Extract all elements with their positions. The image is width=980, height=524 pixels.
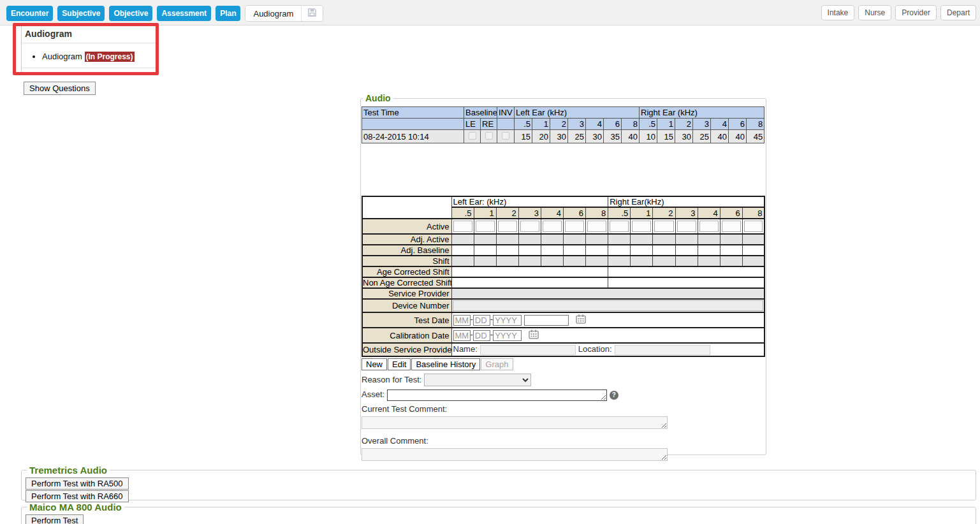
audio-value-input[interactable] <box>632 221 651 232</box>
audiogram-test-list: Audiogram (In Progress) <box>42 52 158 62</box>
audio-value-input[interactable] <box>520 221 539 232</box>
device-number-value <box>451 299 764 312</box>
nurse-button[interactable]: Nurse <box>858 5 891 20</box>
asset-line: Asset: ? <box>362 389 765 401</box>
right-ear-header: Right Ear (kHz) <box>640 107 764 119</box>
cell: 8 <box>747 119 764 130</box>
plan-button[interactable]: Plan <box>216 6 240 21</box>
calendar-icon[interactable] <box>529 330 539 341</box>
new-button[interactable]: New <box>362 358 387 370</box>
calendar-icon[interactable] <box>576 314 586 326</box>
divider <box>22 43 158 43</box>
device-number-input <box>453 300 764 311</box>
adj-baseline-value-cell <box>518 245 541 256</box>
audio-value-input[interactable] <box>654 221 673 232</box>
page: Encounter Subjective Objective Assessmen… <box>0 0 980 524</box>
cell: 4 <box>541 207 563 219</box>
service-provider-value <box>451 288 764 299</box>
tab-audiogram[interactable]: Audiogram <box>245 6 301 21</box>
subjective-button[interactable]: Subjective <box>57 6 105 21</box>
adj-active-value-cell <box>608 234 631 245</box>
audio-value-input[interactable] <box>744 221 763 232</box>
cell: 45 <box>747 130 764 143</box>
device-number-row: Device Number <box>362 299 764 312</box>
test-date-month-input[interactable] <box>453 315 471 326</box>
perform-test-ra660-button[interactable]: Perform Test with RA660 <box>26 490 129 502</box>
test-date-year-input[interactable] <box>493 315 522 326</box>
overall-comment-label: Overall Comment: <box>362 436 428 446</box>
audio-value-input[interactable] <box>699 221 719 232</box>
audiogram-list-item[interactable]: Audiogram (In Progress) <box>42 52 158 62</box>
test-time-input[interactable] <box>524 315 569 326</box>
audio-value-input[interactable] <box>498 221 517 232</box>
audio-value-input[interactable] <box>587 221 606 232</box>
save-button[interactable] <box>302 6 323 21</box>
objective-button[interactable]: Objective <box>109 6 152 21</box>
active-value-cell <box>496 219 518 234</box>
audio-value-input[interactable] <box>565 221 584 232</box>
encounter-button[interactable]: Encounter <box>6 6 53 21</box>
active-row-label: Active <box>362 219 451 234</box>
intake-button[interactable]: Intake <box>821 5 855 20</box>
in-progress-status-badge: (In Progress) <box>85 52 135 62</box>
audio-value-input[interactable] <box>677 221 696 232</box>
shift-value-cell <box>518 256 541 266</box>
audio-section: Audio Test Time Baseline INV Left Ear (k… <box>360 93 766 455</box>
perform-test-ra500-button[interactable]: Perform Test with RA500 <box>26 477 129 490</box>
active-value-cell <box>474 219 496 234</box>
overall-comment-input[interactable] <box>362 448 668 461</box>
cell: .5 <box>515 119 532 130</box>
audiogram-panel-title: Audiogram <box>25 29 158 39</box>
cell: 40 <box>729 130 747 143</box>
active-value-cell <box>451 219 474 234</box>
cell: 25 <box>693 130 711 143</box>
cell: 15 <box>657 130 675 143</box>
blank-header-cell <box>362 119 464 130</box>
cell: 35 <box>604 130 622 143</box>
graph-button: Graph <box>481 358 513 370</box>
audio-value-input[interactable] <box>722 221 741 232</box>
adj-baseline-value-cell <box>675 245 698 256</box>
baseline-history-button[interactable]: Baseline History <box>411 358 480 370</box>
audio-value-input[interactable] <box>610 221 629 232</box>
calibration-date-year-input[interactable] <box>493 330 522 341</box>
current-test-comment-input[interactable] <box>362 416 668 429</box>
adj-baseline-value-cell <box>496 245 518 256</box>
calibration-date-day-input[interactable] <box>473 330 490 341</box>
asset-input[interactable] <box>387 389 607 401</box>
edit-button[interactable]: Edit <box>388 358 411 370</box>
perform-test-button[interactable]: Perform Test <box>26 514 84 524</box>
osp-name-input[interactable] <box>480 345 576 355</box>
osp-name-label: Name: <box>453 344 478 354</box>
cell: 1 <box>474 207 496 219</box>
audio-value-input[interactable] <box>476 221 495 232</box>
help-icon[interactable]: ? <box>610 391 618 400</box>
maico-audio-section: Maico MA 800 Audio Perform Test <box>21 502 976 524</box>
history-header-row: Test Time Baseline INV Left Ear (kHz) Ri… <box>362 107 764 119</box>
test-date-inputs-cell: -- <box>451 312 764 328</box>
depart-button[interactable]: Depart <box>940 5 976 20</box>
top-toolbar: Encounter Subjective Objective Assessmen… <box>0 0 980 25</box>
audio-value-input[interactable] <box>543 221 562 232</box>
osp-location-input[interactable] <box>615 345 710 355</box>
active-value-cell <box>608 219 631 234</box>
history-data-row[interactable]: 08-24-2015 10:14 15203025303540101530254… <box>362 130 764 143</box>
audio-value-input[interactable] <box>453 221 472 232</box>
show-questions-button[interactable]: Show Questions <box>24 82 96 95</box>
inv-header: INV <box>497 107 515 119</box>
inv-checkbox <box>502 132 509 140</box>
provider-button[interactable]: Provider <box>895 5 937 20</box>
calibration-date-label: Calibration Date <box>362 328 451 343</box>
calibration-date-month-input[interactable] <box>453 330 471 341</box>
shift-value-cell <box>698 256 720 266</box>
active-value-cell <box>698 219 720 234</box>
test-date-day-input[interactable] <box>473 315 490 326</box>
cell: 8 <box>742 207 764 219</box>
test-time-header: Test Time <box>362 107 464 119</box>
outside-service-provider-label: Outside Service Provider <box>362 343 451 356</box>
service-provider-label: Service Provider <box>362 288 451 299</box>
assessment-button[interactable]: Assessment <box>157 6 211 21</box>
non-age-corrected-left-cell <box>451 277 608 288</box>
non-age-corrected-right-cell <box>608 277 765 288</box>
reason-for-test-select[interactable] <box>424 374 531 386</box>
